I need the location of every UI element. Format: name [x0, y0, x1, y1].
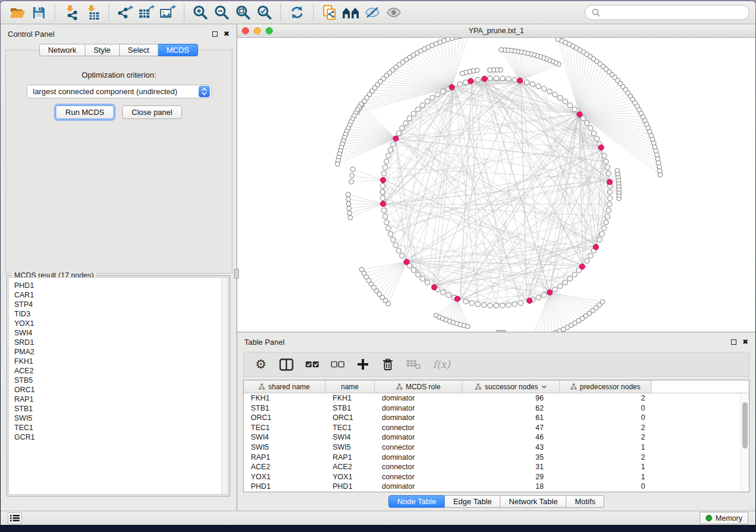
- network-view-window: YPA_prune.txt_1: [237, 24, 755, 332]
- save-session-icon[interactable]: [28, 4, 49, 21]
- show-columns-icon[interactable]: [279, 357, 294, 372]
- mcds-result-item[interactable]: FKH1: [9, 357, 228, 366]
- tab-node-table[interactable]: Node Table: [388, 495, 445, 508]
- mcds-result-item[interactable]: RAP1: [9, 395, 228, 404]
- first-neighbors-icon[interactable]: [340, 4, 362, 21]
- add-icon[interactable]: [356, 357, 369, 372]
- column-header-MCDS-role[interactable]: MCDS role: [375, 380, 462, 393]
- mcds-result-item[interactable]: STB1: [9, 404, 228, 414]
- show-all-icon[interactable]: [383, 4, 404, 21]
- mcds-result-item[interactable]: GCR1: [9, 432, 228, 442]
- mcds-result-item[interactable]: SRD1: [9, 338, 228, 347]
- table-row[interactable]: SWI4SWI4dominator462: [244, 432, 749, 443]
- column-header-successor-nodes[interactable]: successor nodes: [462, 380, 560, 393]
- export-network-icon[interactable]: [114, 4, 136, 21]
- open-session-icon[interactable]: [7, 4, 28, 21]
- table-cell: dominator: [375, 393, 462, 403]
- table-row[interactable]: ACE2ACE2connector311: [244, 462, 749, 472]
- float-panel-icon[interactable]: [212, 31, 218, 37]
- close-table-panel-icon[interactable]: ✖: [742, 339, 748, 345]
- table-row[interactable]: STB1STB1dominator620: [244, 403, 749, 414]
- table-cell: STB1: [326, 403, 375, 414]
- table-row[interactable]: RAP1RAP1dominator352: [244, 453, 749, 463]
- zoom-fit-icon[interactable]: [232, 4, 254, 21]
- tab-network-table[interactable]: Network Table: [500, 495, 566, 508]
- mcds-result-item[interactable]: ACE2: [9, 366, 228, 376]
- table-cell: 29: [462, 472, 560, 482]
- export-image-icon[interactable]: [157, 4, 178, 21]
- memory-button[interactable]: Memory: [700, 512, 748, 524]
- table-cell: 46: [462, 432, 560, 443]
- mcds-list-scrollbar[interactable]: [221, 278, 228, 494]
- main-toolbar: [1, 1, 755, 24]
- vertical-splitter-handle[interactable]: [234, 269, 239, 278]
- mcds-result-listbox[interactable]: PHD1CAR1STP4TID3YOX1SWI4SRD1PMA2FKH1ACE2…: [8, 277, 228, 495]
- column-header-predecessor-nodes[interactable]: predecessor nodes: [560, 380, 652, 393]
- mcds-result-item[interactable]: TEC1: [9, 423, 228, 432]
- delete-table-icon[interactable]: [406, 357, 421, 372]
- horizontal-splitter-handle[interactable]: [496, 330, 506, 332]
- close-panel-icon[interactable]: ✖: [224, 31, 229, 37]
- table-row[interactable]: TEC1TEC1connector472: [244, 423, 749, 433]
- tab-motifs[interactable]: Motifs: [566, 495, 604, 508]
- mcds-result-item[interactable]: PMA2: [9, 347, 228, 357]
- mcds-result-item[interactable]: CAR1: [9, 290, 228, 300]
- deselect-all-icon[interactable]: [331, 357, 344, 372]
- memory-status-icon: [706, 515, 712, 521]
- settings-gear-icon[interactable]: ⚙: [254, 357, 267, 372]
- network-from-selection-icon[interactable]: [319, 4, 340, 21]
- criterion-dropdown[interactable]: largest connected component (undirected): [27, 85, 212, 98]
- table-cell: connector: [375, 462, 462, 472]
- mcds-result-item[interactable]: TID3: [9, 309, 228, 319]
- network-window-titlebar[interactable]: YPA_prune.txt_1: [237, 24, 755, 38]
- table-row[interactable]: FKH1FKH1dominator962: [244, 393, 749, 403]
- zoom-out-icon[interactable]: [211, 4, 232, 21]
- tab-network[interactable]: Network: [39, 44, 85, 56]
- table-row[interactable]: ORC1ORC1dominator610: [244, 413, 749, 423]
- hide-selected-icon[interactable]: [362, 4, 383, 21]
- column-label: shared name: [268, 383, 310, 391]
- mcds-result-item[interactable]: STB5: [9, 376, 228, 385]
- search-input[interactable]: [585, 5, 749, 20]
- task-history-icon[interactable]: [8, 512, 22, 524]
- table-row[interactable]: YOX1YOX1connector291: [244, 472, 749, 482]
- tab-mcds[interactable]: MCDS: [158, 44, 198, 56]
- table-row[interactable]: PHD1PHD1dominator180: [244, 482, 749, 492]
- function-builder-icon[interactable]: f(x): [433, 357, 450, 372]
- network-canvas[interactable]: [237, 38, 755, 332]
- tab-edge-table[interactable]: Edge Table: [445, 495, 500, 508]
- mcds-result-item[interactable]: ORC1: [9, 385, 228, 395]
- table-row[interactable]: SWI5SWI5connector431: [244, 443, 749, 453]
- column-header-name[interactable]: name: [326, 380, 375, 393]
- table-scrollbar[interactable]: [741, 394, 748, 491]
- table-cell: 61: [462, 413, 560, 423]
- select-all-icon[interactable]: [305, 357, 319, 372]
- float-table-panel-icon[interactable]: [731, 339, 736, 345]
- mcds-result-item[interactable]: SWI4: [9, 328, 228, 338]
- run-mcds-button[interactable]: Run MCDS: [56, 105, 114, 119]
- import-network-icon[interactable]: [60, 4, 82, 21]
- mcds-result-item[interactable]: YOX1: [9, 319, 228, 328]
- refresh-layout-icon[interactable]: [286, 4, 308, 21]
- table-scrollbar-thumb[interactable]: [742, 402, 748, 448]
- node-table[interactable]: shared namenameMCDS rolesuccessor nodesp…: [243, 380, 749, 492]
- close-panel-button[interactable]: Close panel: [122, 105, 182, 119]
- mcds-result-item[interactable]: SWI5: [9, 414, 228, 423]
- column-header-shared-name[interactable]: shared name: [244, 380, 326, 393]
- zoom-in-icon[interactable]: [190, 4, 211, 21]
- column-label: predecessor nodes: [580, 383, 640, 391]
- table-cell: 0: [560, 403, 652, 414]
- mcds-result-item[interactable]: STP4: [9, 300, 228, 309]
- tree-hierarchy-icon: [475, 383, 481, 390]
- tab-style[interactable]: Style: [85, 44, 120, 56]
- column-label: MCDS role: [406, 383, 441, 391]
- zoom-selected-icon[interactable]: [254, 4, 275, 21]
- sort-desc-icon: [541, 385, 547, 389]
- export-table-icon[interactable]: [136, 4, 157, 21]
- delete-icon[interactable]: [381, 357, 394, 372]
- table-cell: connector: [375, 443, 462, 453]
- table-cell: 1: [560, 462, 652, 472]
- mcds-result-item[interactable]: PHD1: [9, 281, 228, 290]
- import-table-icon[interactable]: [82, 4, 103, 21]
- tab-select[interactable]: Select: [120, 44, 158, 56]
